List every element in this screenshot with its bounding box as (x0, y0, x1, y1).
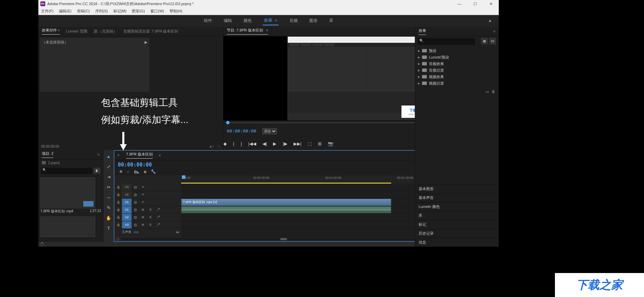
panel-menu-icon[interactable]: ≡ (493, 29, 495, 33)
panel-info[interactable]: 信息 (415, 238, 499, 247)
menu-file[interactable]: 文件(F) (38, 9, 56, 14)
workspace-assembly[interactable]: 组件 (203, 16, 213, 25)
sync-lock-icon[interactable] (132, 208, 139, 212)
play-button[interactable]: ▶ (273, 141, 276, 146)
eye-icon[interactable] (139, 200, 147, 204)
tab-lumetri-scopes[interactable]: Lumetri 范围 (66, 29, 87, 34)
extract-button[interactable]: ⊞ (318, 141, 322, 146)
workspace-editing[interactable]: 编辑 (223, 16, 233, 25)
overwrite-icon[interactable]: ⬚ (217, 145, 220, 148)
panel-history[interactable]: 历史记录 (415, 229, 499, 238)
tab-sequence[interactable]: 7.9PR 版本区别 (126, 152, 153, 159)
workspace-graphics[interactable]: 图形 (309, 16, 318, 25)
eye-icon[interactable] (139, 185, 147, 189)
track-header-a2[interactable]: A2MS (114, 214, 181, 221)
menu-window[interactable]: 窗口(W) (148, 9, 167, 14)
tab-effects[interactable]: 效果 (419, 28, 426, 35)
lock-icon[interactable] (114, 215, 122, 219)
menu-sequence[interactable]: 序列(S) (92, 9, 111, 14)
tree-item-lumetri-presets[interactable]: ▶Lumetri预设 (418, 54, 496, 61)
panel-menu-icon[interactable]: ≡ (266, 28, 268, 32)
track-header-a1[interactable]: A1MS (114, 206, 181, 214)
track-header-v3[interactable]: V3 (114, 184, 181, 191)
mark-in-button[interactable]: { (233, 141, 234, 146)
panel-essential-sound[interactable]: 基本声音 (415, 193, 499, 202)
voiceover-icon[interactable] (154, 223, 162, 226)
tree-item-audio-transitions[interactable]: ▶音频过渡 (418, 67, 496, 74)
add-marker-icon[interactable]: ▮◣ (134, 169, 139, 174)
solo-button[interactable]: S (147, 223, 154, 226)
window-close-button[interactable]: ✕ (483, 0, 499, 8)
timeline-playhead[interactable] (182, 175, 185, 179)
workspace-overflow-button[interactable]: » (488, 17, 492, 25)
panel-markers[interactable]: 标记 (415, 220, 499, 229)
panel-menu-icon[interactable]: ≡ (159, 153, 161, 157)
track-select-tool[interactable]: ⤢ (106, 164, 112, 170)
goto-in-button[interactable]: |◀◀ (248, 141, 256, 146)
mute-button[interactable]: M (139, 215, 147, 219)
solo-button[interactable]: S (147, 208, 154, 211)
menu-edit[interactable]: 编辑(E) (56, 9, 74, 14)
zoom-fit-select[interactable]: 适合 (262, 128, 277, 134)
master-track-header[interactable]: 主声道0.0⋈ (114, 229, 181, 236)
sync-lock-icon[interactable] (132, 185, 139, 189)
pen-tool[interactable]: ✎ (106, 205, 112, 211)
insert-icon[interactable]: ▸□ (210, 145, 214, 148)
tree-item-video-effects[interactable]: ▶视频效果 (418, 74, 496, 80)
effects-search-input[interactable] (418, 38, 475, 45)
timeline-tab-close-icon[interactable]: ✕ (117, 153, 120, 157)
export-frame-button[interactable]: 📷 (328, 141, 333, 146)
program-timecode-in[interactable]: 00:00:00:00 (227, 128, 256, 134)
effects-filter-accelerated[interactable]: ▦ (481, 38, 488, 45)
workspace-menu-icon[interactable]: ≡ (274, 17, 278, 24)
sync-lock-icon[interactable] (132, 200, 139, 204)
slip-tool[interactable]: ↔ (106, 195, 112, 201)
tree-item-presets[interactable]: ▶预设 (418, 48, 496, 54)
track-header-v2[interactable]: V2 (114, 191, 181, 199)
voiceover-icon[interactable] (154, 215, 162, 219)
eye-icon[interactable] (139, 193, 147, 196)
project-breadcrumb[interactable]: 2.prproj (38, 160, 103, 166)
lock-icon[interactable] (114, 223, 122, 226)
tab-program-monitor[interactable]: 节目: 7.9PR 版本区别 ≡ (227, 28, 268, 35)
menu-graphics[interactable]: 图形(G) (129, 9, 148, 14)
menu-help[interactable]: 帮助(H) (167, 9, 185, 14)
ripple-edit-tool[interactable]: ⇥ (106, 174, 112, 180)
bin-thumbnail[interactable] (40, 216, 95, 237)
workspace-color[interactable]: 颜色 (243, 16, 252, 25)
effects-filter-32bit[interactable]: 32 (489, 38, 496, 45)
tab-audio-clip-mixer[interactable]: 音频剪辑混合器: 7.9PR 版本区别 (123, 29, 178, 34)
bin-item[interactable] (40, 216, 101, 237)
timeline-settings-icon[interactable]: 🔧 (151, 169, 156, 174)
window-minimize-button[interactable]: — (451, 0, 467, 8)
step-back-button[interactable]: ◀| (262, 141, 267, 146)
workspace-audio[interactable]: 音频 (289, 16, 298, 25)
lock-icon[interactable] (114, 208, 122, 211)
goto-out-button[interactable]: ▶▶| (294, 141, 301, 146)
bin-item[interactable]: 7.9PR 版本区别 .mp41:27:12 (40, 177, 101, 214)
menu-clip[interactable]: 剪辑(C) (74, 9, 92, 14)
menu-marker[interactable]: 标记(M) (111, 9, 129, 14)
sync-lock-icon[interactable] (132, 215, 139, 219)
panel-essential-graphics[interactable]: 基本图形 (415, 184, 499, 193)
lock-icon[interactable] (114, 193, 122, 196)
tab-effect-controls[interactable]: 效果控件 ≡ (42, 28, 60, 35)
snap-icon[interactable]: ✱ (119, 169, 123, 174)
sync-lock-icon[interactable] (132, 223, 139, 227)
bin-thumbnail[interactable] (40, 177, 95, 208)
step-forward-button[interactable]: |▶ (283, 141, 287, 146)
workspace-libraries[interactable]: 库 (329, 16, 334, 25)
tree-item-video-transitions[interactable]: ▶视频过渡 (418, 80, 496, 87)
delete-icon[interactable]: 🗑 (492, 89, 495, 94)
mute-button[interactable]: M (139, 223, 147, 226)
project-search-input[interactable] (41, 168, 92, 174)
project-search-filter-button[interactable]: ◧ (94, 168, 100, 174)
workspace-effects[interactable]: 效果≡ (263, 16, 278, 25)
audio-clip[interactable] (181, 206, 391, 213)
timeline-timecode[interactable]: 00:00:00:00 (118, 162, 152, 168)
linked-selection-icon[interactable]: ∩ (127, 169, 130, 174)
panel-menu-icon[interactable]: ≡ (58, 28, 60, 32)
marker-add-button[interactable]: ◆ (223, 141, 227, 146)
tab-source-monitor[interactable]: 源:（无剪辑） (94, 29, 117, 34)
panel-menu-icon[interactable]: ≡ (98, 153, 100, 157)
